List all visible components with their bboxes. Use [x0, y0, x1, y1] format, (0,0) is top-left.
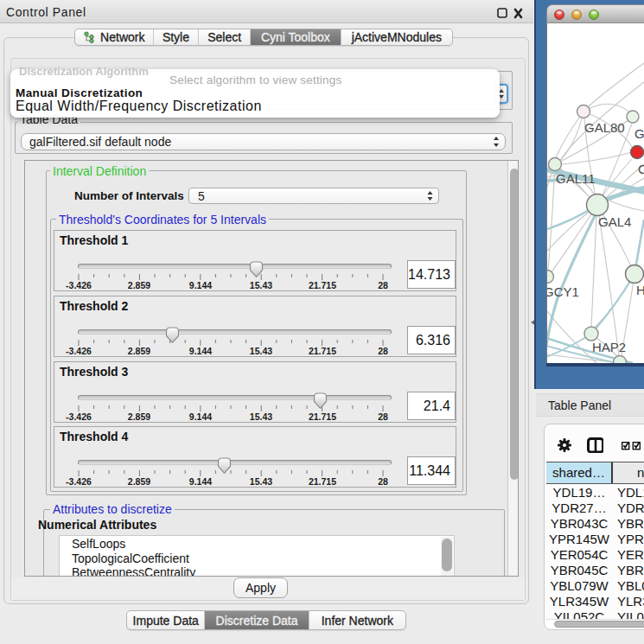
- svg-text:GAL80: GAL80: [584, 120, 625, 135]
- svg-text:GA: GA: [634, 126, 644, 141]
- svg-text:GAL11: GAL11: [556, 171, 596, 186]
- svg-text:GCY1: GCY1: [547, 284, 579, 299]
- svg-text:HAP2: HAP2: [592, 340, 626, 354]
- svg-text:GAL4: GAL4: [598, 214, 631, 229]
- svg-text:H: H: [636, 283, 644, 297]
- svg-text:C: C: [638, 162, 644, 176]
